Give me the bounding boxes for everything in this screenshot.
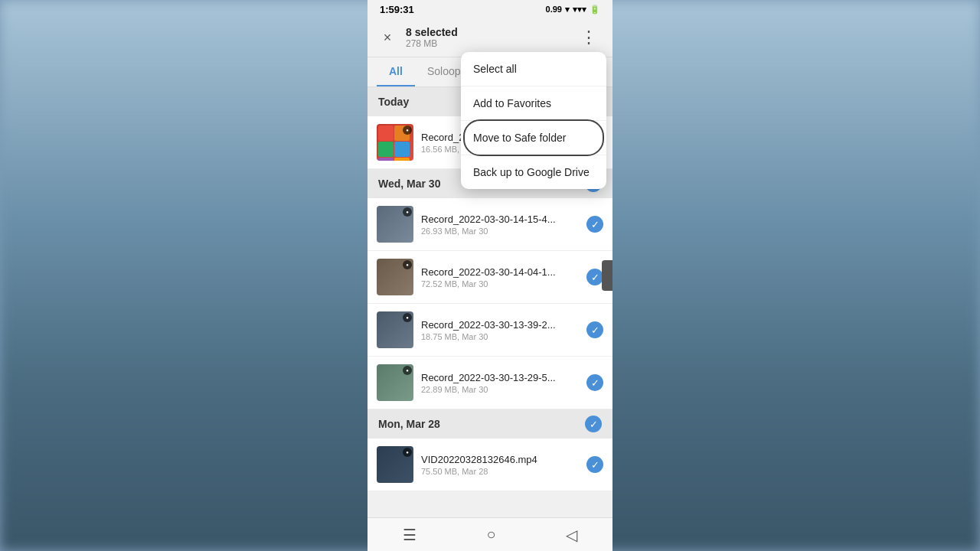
thumb-mini-6 [394,158,410,161]
thumb-mini-3 [378,142,394,157]
section-today-title: Today [378,96,409,108]
dropdown-add-favorites[interactable]: Add to Favorites [461,86,606,121]
selection-count: 8 selected [406,26,458,38]
section-mon-title: Mon, Mar 28 [378,418,440,430]
file-item-wed-1[interactable]: ● Record_2022-03-30-14-15-4... 26.93 MB,… [368,198,612,251]
file-info-mon-1: VID20220328132646.mp4 75.50 MB, Mar 28 [421,454,579,476]
status-icons: 0.99 ▾ ▾▾▾ 🔋 [546,5,600,15]
status-time: 1:59:31 [380,4,414,15]
file-meta-wed-1: 26.93 MB, Mar 30 [421,227,579,236]
section-mon-mar28: Mon, Mar 28 ✓ [368,409,612,439]
record-icon: ● [403,126,412,135]
file-check-mon-1[interactable]: ✓ [586,456,603,473]
file-thumb-wed-4: ● [377,364,413,401]
file-meta-wed-4: 22.89 MB, Mar 30 [421,385,579,394]
dropdown-move-safe[interactable]: Move to Safe folder [461,121,606,155]
file-thumb-today-1: ● [377,124,413,161]
file-meta-wed-2: 72.52 MB, Mar 30 [421,279,579,289]
dropdown-backup-drive[interactable]: Back up to Google Drive [461,155,606,189]
record-icon-mon-1: ● [403,448,412,457]
file-name-wed-3: Record_2022-03-30-13-39-2... [421,319,579,331]
tab-all[interactable]: All [377,57,415,86]
record-icon-wed-3: ● [403,313,412,322]
file-info-wed-4: Record_2022-03-30-13-29-5... 22.89 MB, M… [421,372,579,394]
file-name-mon-1: VID20220328132646.mp4 [421,454,579,465]
file-meta-mon-1: 75.50 MB, Mar 28 [421,467,579,476]
file-info-wed-1: Record_2022-03-30-14-15-4... 26.93 MB, M… [421,214,579,236]
file-thumb-wed-1: ● [377,206,413,243]
file-item-wed-4[interactable]: ● Record_2022-03-30-13-29-5... 22.89 MB,… [368,357,612,409]
file-info-wed-2: Record_2022-03-30-14-04-1... 72.52 MB, M… [421,266,579,289]
file-item-wed-2[interactable]: ● Record_2022-03-30-14-04-1... 72.52 MB,… [368,251,612,304]
file-thumb-wed-2: ● [377,259,413,295]
phone-frame: 1:59:31 0.99 ▾ ▾▾▾ 🔋 × 8 selected 278 MB… [368,0,612,551]
file-check-wed-3[interactable]: ✓ [586,321,603,338]
file-check-wed-2[interactable]: ✓ [586,269,603,285]
file-meta-wed-3: 18.75 MB, Mar 30 [421,332,579,341]
bottom-nav: ☰ ○ ◁ [368,517,612,551]
thumb-mini-5 [378,158,394,161]
wifi-icon: 0.99 [546,5,562,14]
section-wed-title: Wed, Mar 30 [378,178,440,190]
file-item-mon-1[interactable]: ● VID20220328132646.mp4 75.50 MB, Mar 28… [368,439,612,491]
dropdown-select-all[interactable]: Select all [461,52,606,86]
signal-bars: ▾▾▾ [573,5,586,15]
record-icon-wed-1: ● [403,207,412,217]
selection-size: 278 MB [406,38,458,49]
dropdown-menu: Select all Add to Favorites Move to Safe… [461,52,606,189]
file-name-wed-2: Record_2022-03-30-14-04-1... [421,266,579,278]
nav-back-icon[interactable]: ◁ [566,526,577,544]
file-thumb-mon-1: ● [377,446,413,483]
file-check-wed-1[interactable]: ✓ [586,216,603,233]
close-button[interactable]: × [377,27,398,48]
nav-menu-icon[interactable]: ☰ [403,526,416,544]
nav-home-icon[interactable]: ○ [486,526,495,543]
top-bar-left: × 8 selected 278 MB [377,26,458,49]
accessibility-button[interactable] [602,260,612,291]
file-name-wed-1: Record_2022-03-30-14-15-4... [421,214,579,225]
file-thumb-wed-3: ● [377,311,413,348]
record-icon-wed-4: ● [403,366,412,375]
selection-info: 8 selected 278 MB [406,26,458,49]
record-icon-wed-2: ● [403,260,412,269]
close-icon: × [384,30,392,46]
signal-icon: ▾ [565,5,570,15]
battery-icon: 🔋 [590,5,600,15]
status-bar: 1:59:31 0.99 ▾ ▾▾▾ 🔋 [368,0,612,18]
thumb-mini-4 [394,142,410,157]
thumb-mini-1 [378,126,394,141]
file-check-wed-4[interactable]: ✓ [586,374,603,391]
section-mon-check[interactable]: ✓ [585,416,602,432]
file-info-wed-3: Record_2022-03-30-13-39-2... 18.75 MB, M… [421,319,579,341]
file-name-wed-4: Record_2022-03-30-13-29-5... [421,372,579,383]
file-item-wed-3[interactable]: ● Record_2022-03-30-13-39-2... 18.75 MB,… [368,304,612,357]
more-button[interactable]: ⋮ [574,24,603,51]
